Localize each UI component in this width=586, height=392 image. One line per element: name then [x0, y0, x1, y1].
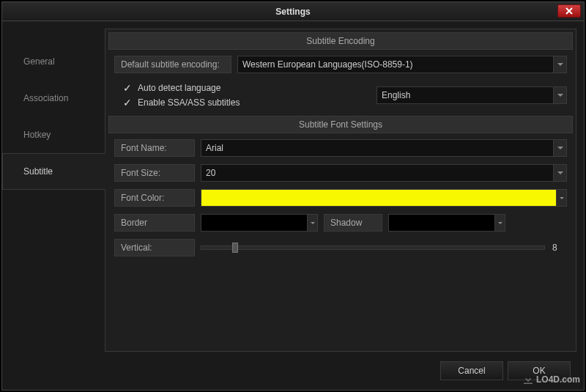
cancel-button[interactable]: Cancel	[440, 361, 503, 380]
checkbox-label: Auto detect language	[138, 83, 220, 93]
settings-window: Settings General Association Hotkey Subt…	[1, 1, 585, 391]
vertical-slider[interactable]	[201, 245, 545, 250]
language-select[interactable]: English	[377, 86, 567, 104]
font-size-select[interactable]: 20	[201, 164, 567, 182]
titlebar: Settings	[2, 2, 584, 21]
font-color-picker[interactable]	[201, 189, 567, 207]
chevron-down-icon	[553, 165, 566, 181]
font-name-row: Font Name: Arial	[108, 138, 573, 158]
vertical-label: Vertical:	[114, 239, 195, 256]
close-button[interactable]	[557, 4, 581, 18]
checkbox-column: ✓ Auto detect language ✓ Enable SSA/ASS …	[114, 81, 371, 110]
border-label: Border	[114, 214, 195, 232]
auto-detect-checkbox[interactable]: ✓ Auto detect language	[114, 81, 371, 95]
chevron-down-icon	[307, 215, 317, 231]
auto-detect-row: ✓ Auto detect language ✓ Enable SSA/ASS …	[108, 79, 573, 111]
window-title: Settings	[275, 7, 310, 17]
sidebar-item-hotkey[interactable]: Hotkey	[2, 117, 105, 153]
dialog-buttons: Cancel OK	[2, 352, 584, 390]
check-icon: ✓	[123, 97, 133, 108]
close-icon	[565, 7, 573, 15]
shadow-color-picker[interactable]	[388, 214, 505, 232]
default-encoding-label: Default subtitle encoding:	[114, 56, 231, 73]
sidebar: General Association Hotkey Subtitle	[2, 29, 105, 352]
sidebar-item-subtitle[interactable]: Subtitle	[2, 153, 105, 190]
border-shadow-row: Border Shadow	[108, 212, 573, 233]
sidebar-item-label: Subtitle	[23, 166, 53, 177]
vertical-row: Vertical: 8	[108, 237, 573, 258]
sidebar-item-general[interactable]: General	[2, 43, 105, 80]
window-body: General Association Hotkey Subtitle Subt…	[2, 21, 584, 352]
default-encoding-select[interactable]: Western European Languages(ISO-8859-1)	[237, 56, 567, 73]
font-name-select[interactable]: Arial	[201, 139, 567, 157]
default-encoding-row: Default subtitle encoding: Western Europ…	[108, 54, 573, 75]
select-value: English	[382, 90, 410, 100]
slider-thumb[interactable]	[232, 243, 238, 253]
sidebar-item-label: General	[23, 56, 55, 67]
chevron-down-icon	[553, 87, 566, 103]
sidebar-item-label: Hotkey	[23, 130, 51, 140]
border-color-picker[interactable]	[201, 214, 318, 232]
select-value: Arial	[206, 143, 223, 153]
ok-button[interactable]: OK	[508, 361, 571, 380]
select-value: Western European Languages(ISO-8859-1)	[242, 59, 413, 70]
font-color-row: Font Color:	[108, 188, 573, 208]
font-size-row: Font Size: 20	[108, 163, 573, 183]
font-size-label: Font Size:	[114, 164, 195, 182]
font-section-header: Subtitle Font Settings	[108, 116, 573, 133]
chevron-down-icon	[494, 215, 505, 231]
chevron-down-icon	[553, 140, 566, 156]
sidebar-item-label: Association	[23, 93, 68, 103]
font-name-label: Font Name:	[114, 139, 195, 157]
chevron-down-icon	[553, 56, 566, 73]
chevron-down-icon	[556, 190, 566, 206]
checkbox-label: Enable SSA/ASS subtitles	[138, 97, 240, 108]
sidebar-item-association[interactable]: Association	[2, 80, 105, 117]
select-value: 20	[206, 168, 215, 178]
shadow-label: Shadow	[324, 214, 382, 232]
font-color-label: Font Color:	[114, 189, 195, 207]
check-icon: ✓	[123, 82, 133, 94]
vertical-slider-wrap: 8	[201, 243, 567, 253]
vertical-value: 8	[552, 243, 567, 253]
encoding-section-header: Subtitle Encoding	[108, 32, 573, 50]
content-panel: Subtitle Encoding Default subtitle encod…	[105, 29, 576, 352]
enable-ssa-checkbox[interactable]: ✓ Enable SSA/ASS subtitles	[114, 95, 371, 110]
